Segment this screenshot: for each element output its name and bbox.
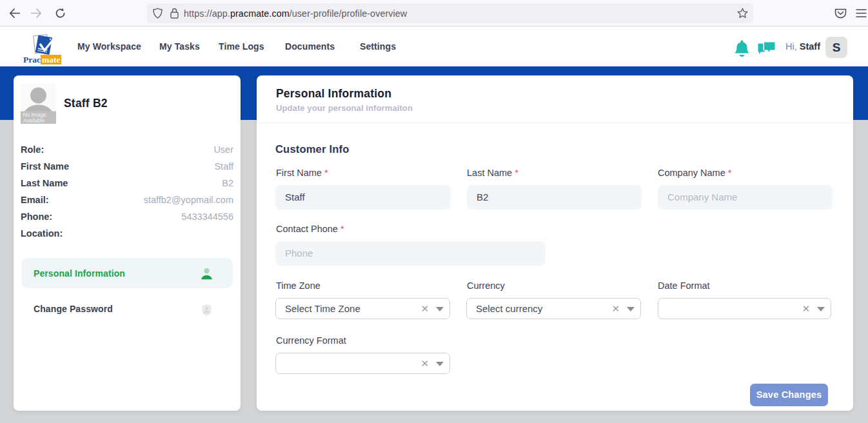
svg-text:Available: Available — [23, 117, 45, 124]
